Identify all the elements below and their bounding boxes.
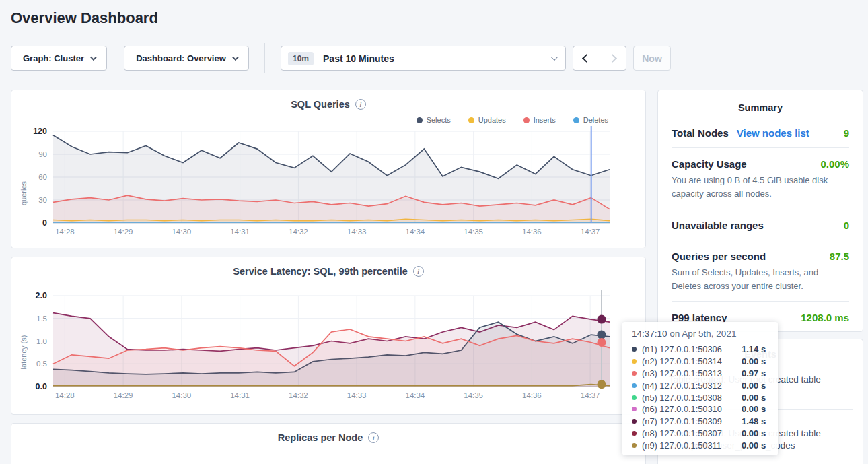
svg-text:14:36: 14:36 [522, 228, 542, 236]
svg-text:14:35: 14:35 [464, 228, 483, 236]
tooltip-node-label: (n6) 127.0.0.1:50310 [642, 404, 742, 414]
time-range-dropdown[interactable]: 10m Past 10 Minutes [281, 46, 566, 71]
svg-text:14:33: 14:33 [347, 228, 367, 236]
now-button[interactable]: Now [633, 46, 671, 71]
svg-text:14:31: 14:31 [230, 228, 250, 236]
series-color-dot [632, 431, 637, 436]
svg-text:14:29: 14:29 [114, 228, 133, 236]
summary-title: Summary [658, 90, 863, 113]
toolbar-divider [264, 43, 265, 73]
series-color-dot [632, 407, 637, 411]
svg-text:90: 90 [38, 150, 47, 158]
legend-item-deletes[interactable]: Deletes [573, 115, 608, 125]
time-window-badge: 10m [288, 52, 314, 65]
tooltip-node-label: (n1) 127.0.0.1:50306 [642, 344, 742, 354]
svg-text:14:37: 14:37 [581, 391, 600, 399]
legend-item-inserts[interactable]: Inserts [523, 115, 556, 125]
svg-text:14:29: 14:29 [114, 391, 133, 399]
dashboard-selector-dropdown[interactable]: Dashboard: Overview [124, 46, 249, 71]
summary-row-total-nodes: Total Nodes View nodes list 9 [672, 117, 849, 148]
legend-label-inserts: Inserts [534, 116, 556, 124]
y-axis-title: queries [20, 166, 28, 220]
p99-latency-value: 1208.0 ms [801, 312, 849, 323]
time-step-forward-button[interactable] [600, 46, 626, 70]
svg-text:2.0: 2.0 [36, 291, 47, 300]
svg-text:14:31: 14:31 [230, 391, 250, 399]
chart-title-replicas-per-node: Replicas per Node [278, 432, 363, 443]
y-axis-title: latency (s) [20, 325, 28, 379]
svg-text:14:32: 14:32 [289, 391, 308, 399]
summary-row-queries-per-second: Queries per second 87.5 Sum of Selects, … [672, 240, 849, 302]
service-latency-chart[interactable]: 0.00.51.01.52.014:2814:2914:3014:3114:32… [11, 281, 647, 406]
graph-selector-dropdown[interactable]: Graph: Cluster [11, 46, 107, 71]
total-nodes-label: Total Nodes [672, 127, 729, 139]
tooltip-node-label: (n5) 127.0.0.1:50308 [642, 393, 742, 403]
svg-text:14:30: 14:30 [172, 228, 191, 236]
legend-item-selects[interactable]: Selects [417, 115, 451, 125]
capacity-usage-description: You are using 0 B of 4.5 GiB usable disk… [672, 170, 849, 200]
summary-panel: Summary Total Nodes View nodes list 9 Ca… [657, 90, 863, 332]
dashboard-selector-label: Dashboard: Overview [136, 53, 226, 63]
svg-text:14:30: 14:30 [172, 391, 191, 399]
graph-selector-label: Graph: Cluster [23, 53, 84, 63]
tooltip-time: 14:37:10 [632, 329, 667, 339]
queries-per-second-value: 87.5 [830, 251, 849, 262]
svg-text:14:34: 14:34 [405, 228, 425, 236]
tooltip-node-value: 1.48 s [742, 416, 766, 426]
svg-text:60: 60 [38, 173, 47, 181]
tooltip-node-label: (n7) 127.0.0.1:50309 [642, 416, 742, 426]
tooltip-node-value: 0.00 s [742, 393, 766, 403]
replicas-per-node-chart-card: Replicas per Node i [11, 423, 646, 464]
total-nodes-value: 9 [844, 127, 849, 139]
unavailable-ranges-value: 0 [844, 220, 849, 231]
tooltip-node-row: (n8) 127.0.0.1:503070.00 s [632, 428, 770, 440]
info-icon[interactable]: i [413, 266, 424, 277]
svg-text:14:37: 14:37 [581, 228, 600, 236]
series-color-dot [632, 395, 637, 400]
tooltip-node-row: (n9) 127.0.0.1:503110.00 s [632, 439, 770, 451]
chevron-right-icon [608, 54, 617, 63]
tooltip-node-row: (n7) 127.0.0.1:503091.48 s [632, 416, 770, 428]
svg-text:14:34: 14:34 [405, 391, 425, 399]
info-icon[interactable]: i [355, 99, 366, 110]
tooltip-node-value: 0.00 s [742, 356, 766, 366]
svg-text:120: 120 [33, 127, 47, 136]
capacity-usage-label: Capacity Usage [672, 158, 747, 170]
sql-queries-chart-card: SQL Queries i Selects Updates Inserts De… [11, 90, 646, 248]
legend-label-deletes: Deletes [583, 116, 608, 124]
time-step-back-button[interactable] [573, 46, 600, 70]
tooltip-node-value: 0.00 s [742, 380, 766, 391]
tooltip-node-label: (n4) 127.0.0.1:50312 [642, 380, 742, 391]
legend-label-updates: Updates [478, 116, 506, 124]
tooltip-node-value: 0.00 s [742, 404, 766, 414]
unavailable-ranges-label: Unavailable ranges [672, 220, 764, 231]
overview-dashboard-page: Overview Dashboard Graph: Cluster Dashbo… [0, 0, 868, 464]
summary-row-capacity-usage: Capacity Usage 0.00% You are using 0 B o… [672, 148, 849, 209]
info-icon[interactable]: i [368, 432, 379, 443]
time-step-buttons [573, 46, 626, 71]
summary-row-unavailable-ranges: Unavailable ranges 0 [672, 209, 849, 240]
sql-queries-chart[interactable]: 030609012014:2814:2914:3014:3114:3214:33… [11, 125, 647, 242]
queries-per-second-description: Sum of Selects, Updates, Inserts, and De… [672, 262, 849, 292]
tooltip-node-row: (n3) 127.0.0.1:503130.97 s [632, 368, 770, 380]
series-color-dot [632, 359, 637, 364]
tooltip-node-label: (n3) 127.0.0.1:50313 [642, 368, 742, 378]
svg-text:1.0: 1.0 [36, 337, 47, 345]
tooltip-node-row: (n4) 127.0.0.1:503120.00 s [632, 379, 770, 391]
legend-dot-deletes [573, 117, 579, 123]
tooltip-node-value: 1.14 s [742, 344, 766, 354]
series-color-dot [632, 419, 637, 424]
chart-hover-tooltip: 14:37:10 on Apr 5th, 2021 (n1) 127.0.0.1… [622, 322, 778, 455]
svg-text:1.5: 1.5 [36, 314, 47, 323]
capacity-usage-value: 0.00% [820, 158, 849, 170]
time-window-label: Past 10 Minutes [323, 53, 394, 64]
legend-item-updates[interactable]: Updates [468, 115, 506, 125]
svg-text:14:36: 14:36 [522, 391, 542, 399]
svg-text:0: 0 [42, 218, 47, 228]
legend-dot-selects [417, 117, 423, 123]
chevron-left-icon [582, 54, 591, 63]
tooltip-node-row: (n2) 127.0.0.1:503140.00 s [632, 356, 770, 368]
tooltip-node-row: (n1) 127.0.0.1:503061.14 s [632, 343, 770, 356]
view-nodes-list-link[interactable]: View nodes list [737, 127, 809, 139]
service-latency-chart-card: Service Latency: SQL, 99th percentile i … [11, 257, 646, 415]
